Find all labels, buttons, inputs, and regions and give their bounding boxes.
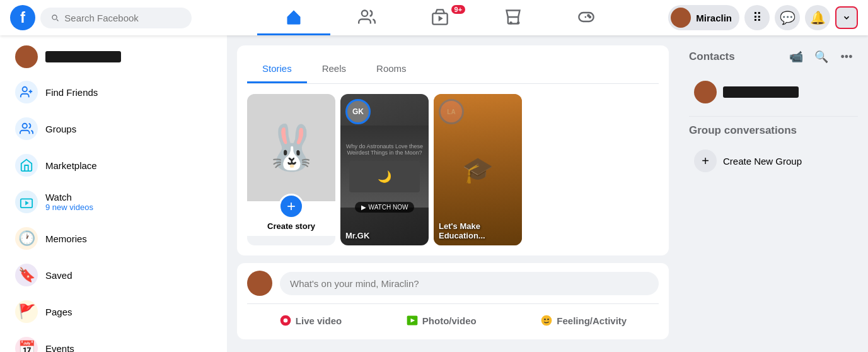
sidebar-item-memories[interactable]: 🕐 Memories <box>5 221 222 256</box>
nav-gaming-button[interactable] <box>550 0 623 35</box>
sidebar-item-groups[interactable]: Groups <box>5 111 222 146</box>
create-new-group-button[interactable]: + Create New Group <box>689 144 858 177</box>
search-bar-container[interactable] <box>40 8 192 28</box>
left-sidebar: Find Friends Groups Marketplace Watch 9 … <box>0 35 227 352</box>
apps-menu-button[interactable]: ⠿ <box>744 5 770 30</box>
contacts-title: Contacts <box>689 50 735 63</box>
sidebar-label-saved: Saved <box>45 270 72 281</box>
post-actions-bar: Live video Photo/video Feeling/Activity <box>247 303 659 332</box>
story-gk-overlay: Mr.GK <box>340 226 429 245</box>
messenger-button[interactable]: 💬 <box>775 5 800 30</box>
story-card-mrgk[interactable]: GK Why do Astronauts Love these Weirdest… <box>340 94 429 245</box>
story-create-image: 🐰 <box>247 94 335 201</box>
search-input[interactable] <box>64 13 182 23</box>
create-story-plus-icon[interactable]: + <box>279 194 304 219</box>
post-user-avatar <box>247 271 272 296</box>
home-icon <box>285 8 303 26</box>
story-gk-name: Mr.GK <box>345 231 424 240</box>
create-group-label: Create New Group <box>723 156 802 167</box>
tab-rooms[interactable]: Rooms <box>361 56 422 83</box>
create-story-card[interactable]: 🐰 + Create story <box>247 94 335 245</box>
story-create-bottom: + Create story <box>247 201 335 236</box>
stories-list: 🐰 + Create story GK Why do Astronauts Lo… <box>247 94 659 245</box>
post-box: Live video Photo/video Feeling/Activity <box>237 263 669 339</box>
contacts-action-icons: 📹 🔍 ••• <box>785 45 858 68</box>
story-edu-name: Let's Make Education... <box>439 221 517 240</box>
nav-center: 9+ <box>217 0 663 35</box>
photo-video-icon <box>406 314 419 327</box>
nav-watch-button[interactable]: 9+ <box>403 0 477 35</box>
story-card-education[interactable]: LA 🎓 Let's Make Education... <box>434 94 522 245</box>
contacts-header: Contacts 📹 🔍 ••• <box>689 45 858 68</box>
sidebar-item-marketplace[interactable]: Marketplace <box>5 148 222 183</box>
right-sidebar: Contacts 📹 🔍 ••• Group conversations + C… <box>679 35 868 352</box>
tab-reels[interactable]: Reels <box>307 56 361 83</box>
sidebar-user-profile[interactable] <box>5 40 222 73</box>
svg-marker-13 <box>25 201 29 205</box>
svg-point-7 <box>587 15 589 16</box>
svg-point-11 <box>23 124 27 128</box>
facebook-logo[interactable]: f <box>10 5 35 30</box>
notifications-button[interactable]: 🔔 <box>805 5 830 30</box>
chevron-down-icon <box>842 13 851 22</box>
watch-icon <box>431 8 449 26</box>
nav-user-name: Miraclin <box>696 13 732 23</box>
events-icon: 📅 <box>15 337 38 352</box>
feeling-icon <box>540 314 553 327</box>
nav-marketplace-button[interactable] <box>477 0 550 35</box>
contacts-divider <box>689 116 858 117</box>
photo-video-label: Photo/video <box>422 315 477 326</box>
svg-point-18 <box>545 319 547 320</box>
account-dropdown-button[interactable] <box>835 6 858 29</box>
search-contacts-icon[interactable]: 🔍 <box>810 45 833 68</box>
watch-badge: 9+ <box>451 5 466 14</box>
memories-icon: 🕐 <box>15 227 38 250</box>
sidebar-item-events[interactable]: 📅 Events <box>5 331 222 352</box>
sidebar-item-saved[interactable]: 🔖 Saved <box>5 257 222 293</box>
story-edu-image: LA 🎓 Let's Make Education... <box>434 94 522 245</box>
nav-left: f <box>10 5 212 30</box>
new-video-call-icon[interactable]: 📹 <box>785 45 807 68</box>
photo-video-button[interactable]: Photo/video <box>398 309 484 332</box>
nav-home-button[interactable] <box>257 0 330 35</box>
user-profile-chip[interactable]: Miraclin <box>668 5 739 30</box>
sidebar-label-watch: Watch <box>45 192 93 202</box>
sidebar-label-groups: Groups <box>45 124 76 134</box>
story-gk-avatar: GK <box>345 99 371 124</box>
feeling-button[interactable]: Feeling/Activity <box>533 309 634 332</box>
main-layout: Find Friends Groups Marketplace Watch 9 … <box>0 35 868 352</box>
top-navigation: f 9+ Miraclin ⠿ <box>0 0 868 35</box>
contact-name <box>723 86 799 98</box>
post-input-field[interactable] <box>280 272 659 295</box>
live-video-button[interactable]: Live video <box>272 309 349 332</box>
svg-marker-2 <box>439 15 443 21</box>
sidebar-label-marketplace: Marketplace <box>45 160 97 171</box>
sidebar-avatar <box>15 45 38 68</box>
sidebar-item-find-friends[interactable]: Find Friends <box>5 74 222 110</box>
more-contacts-icon[interactable]: ••• <box>835 45 858 68</box>
gaming-icon <box>577 8 595 26</box>
tab-stories[interactable]: Stories <box>247 56 307 83</box>
create-story-label: Create story <box>267 221 315 231</box>
sidebar-item-pages[interactable]: 🚩 Pages <box>5 294 222 329</box>
sidebar-watch-sublabel: 9 new videos <box>45 202 93 212</box>
pages-icon: 🚩 <box>15 300 38 323</box>
sidebar-label-pages: Pages <box>45 307 72 317</box>
marketplace-icon <box>504 8 522 26</box>
sidebar-label-memories: Memories <box>45 233 87 244</box>
watch-label-wrap: Watch 9 new videos <box>45 192 93 212</box>
contact-item[interactable] <box>689 76 858 109</box>
stories-tabs: Stories Reels Rooms <box>247 56 659 84</box>
svg-point-0 <box>362 10 367 16</box>
search-icon <box>50 13 59 23</box>
sidebar-item-watch[interactable]: Watch 9 new videos <box>5 184 222 220</box>
watch-sidebar-icon <box>15 191 38 213</box>
svg-point-15 <box>283 319 287 323</box>
groups-icon <box>15 117 38 140</box>
story-gk-image: GK Why do Astronauts Love these Weirdest… <box>340 94 429 245</box>
contact-avatar <box>694 81 717 103</box>
live-video-label: Live video <box>296 315 342 326</box>
create-group-icon: + <box>694 150 717 172</box>
sidebar-label-find-friends: Find Friends <box>45 87 98 98</box>
nav-friends-button[interactable] <box>330 0 403 35</box>
